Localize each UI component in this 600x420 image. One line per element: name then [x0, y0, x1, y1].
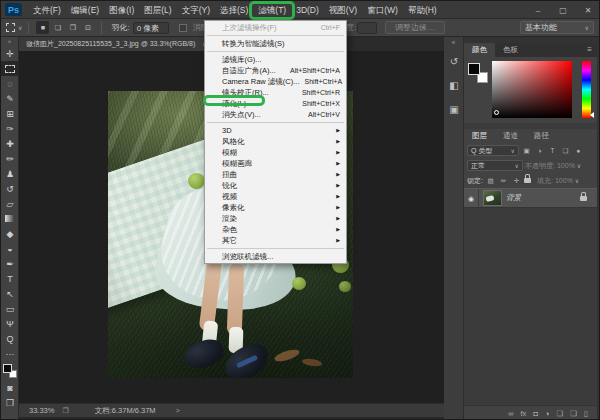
menu-help[interactable]: 帮助(H)	[403, 1, 442, 19]
active-tool-preset[interactable]: ∨	[6, 23, 22, 32]
eraser-tool[interactable]: ▱	[1, 196, 19, 211]
add-selection-button[interactable]: ❏	[51, 21, 64, 34]
menu-item-lens-correction[interactable]: 镜头校正(R)... Shift+Ctrl+R	[205, 87, 346, 98]
menu-item-pixelate[interactable]: 像素化 ▶	[205, 202, 346, 213]
menu-item-convert-smart-filters[interactable]: 转换为智能滤镜(S)	[205, 38, 346, 49]
filter-smart-objects-icon[interactable]: ●	[573, 147, 584, 154]
path-selection-tool[interactable]: ↖	[1, 286, 19, 301]
filter-adjustment-layers-icon[interactable]: ◑	[534, 147, 545, 154]
saturation-brightness-field[interactable]	[492, 61, 572, 118]
menu-item-distort[interactable]: 扭曲 ▶	[205, 169, 346, 180]
menu-edit[interactable]: 编辑(E)	[66, 1, 104, 19]
menu-image[interactable]: 图像(I)	[104, 1, 139, 19]
menu-filter[interactable]: 滤镜(T)	[253, 1, 291, 19]
tab-layers[interactable]: 图层	[464, 129, 495, 143]
menu-item-blur[interactable]: 模糊 ▶	[205, 147, 346, 158]
antialias-checkbox[interactable]	[179, 24, 187, 32]
workspace-switcher[interactable]: 基本功能 ∨	[520, 21, 594, 34]
screen-mode-button[interactable]: ❐	[1, 395, 19, 410]
healing-brush-tool[interactable]: ✚	[1, 136, 19, 151]
fill-value[interactable]: 100%	[555, 177, 573, 184]
type-tool[interactable]: T	[1, 271, 19, 286]
filter-group-layers-icon[interactable]: ❏	[560, 147, 571, 155]
filter-pixel-layers-icon[interactable]: ▣	[521, 147, 532, 155]
layer-name[interactable]: 背景	[506, 193, 580, 203]
layer-thumbnail[interactable]	[484, 191, 501, 205]
menu-item-adaptive-wide-angle[interactable]: 自适应广角(A)... Alt+Shift+Ctrl+A	[205, 65, 346, 76]
menu-file[interactable]: 文件(F)	[28, 1, 66, 19]
history-panel-icon[interactable]: ↺	[444, 49, 464, 73]
dodge-tool[interactable]: ◒	[1, 241, 19, 256]
zoom-tool[interactable]: Q	[1, 331, 19, 346]
rectangle-tool[interactable]: ▭	[1, 301, 19, 316]
minimize-icon[interactable]: –	[533, 6, 543, 15]
menu-type[interactable]: 文字(Y)	[177, 1, 215, 19]
color-swatch-pair[interactable]	[468, 63, 488, 83]
lock-transparent-pixels-icon[interactable]: ▨	[485, 177, 496, 185]
menu-item-filter-gallery[interactable]: 滤镜库(G)...	[205, 54, 346, 65]
menu-item-camera-raw[interactable]: Camera Raw 滤镜(C)... Shift+Ctrl+A	[205, 76, 346, 87]
foreground-color-swatch[interactable]	[3, 364, 12, 373]
opacity-value[interactable]: 100%	[557, 162, 575, 169]
toolbar-collapse-icon[interactable]: »	[1, 37, 18, 46]
export-icon[interactable]: ❐	[62, 407, 68, 415]
feather-input[interactable]: 0 像素	[133, 22, 169, 34]
more-tools-button[interactable]: ···	[1, 346, 19, 361]
menu-select[interactable]: 选择(S)	[215, 1, 253, 19]
delete-layer-icon[interactable]: ▯	[584, 409, 588, 418]
tab-swatches[interactable]: 色板	[495, 43, 526, 57]
zoom-level-field[interactable]: 33.33%	[29, 406, 54, 415]
quick-mask-button[interactable]: ◙	[1, 380, 19, 395]
properties-panel-icon[interactable]: ◧	[444, 73, 464, 97]
layer-filter-dropdown[interactable]: Q 类型 ∨	[467, 145, 519, 156]
menu-layer[interactable]: 图层(L)	[139, 1, 176, 19]
tab-paths[interactable]: 路径	[526, 129, 557, 143]
blur-tool[interactable]: ◆	[1, 226, 19, 241]
menu-item-last-filter[interactable]: 上次滤镜操作(F) Ctrl+F	[205, 22, 346, 33]
rectangular-marquee-tool[interactable]	[1, 61, 19, 76]
menu-item-noise[interactable]: 杂色 ▶	[205, 224, 346, 235]
menu-item-stylize[interactable]: 风格化 ▶	[205, 136, 346, 147]
hue-slider[interactable]	[582, 61, 591, 118]
menu-item-3d[interactable]: 3D ▶	[205, 125, 346, 136]
new-layer-icon[interactable]: ❑	[570, 409, 577, 418]
hand-tool[interactable]: Ψ	[1, 316, 19, 331]
crop-tool[interactable]: ⊞	[1, 106, 19, 121]
character-panel-icon[interactable]: ▣	[444, 97, 464, 121]
refine-edge-button[interactable]: 调整边缘…	[385, 21, 445, 34]
eyedropper-tool[interactable]: ✑	[1, 121, 19, 136]
subtract-selection-button[interactable]: ❐	[66, 21, 79, 34]
status-chevron-icon[interactable]: >	[176, 406, 180, 415]
brush-tool[interactable]: ✏	[1, 151, 19, 166]
hue-slider-marker[interactable]	[590, 112, 594, 118]
menu-item-vanishing-point[interactable]: 消失点(V)... Alt+Ctrl+V	[205, 109, 346, 120]
link-layers-icon[interactable]: ∞	[508, 409, 513, 418]
gradient-tool[interactable]	[1, 211, 19, 226]
foreground-color-swatch[interactable]	[468, 63, 480, 75]
menu-item-other[interactable]: 其它 ▶	[205, 235, 346, 246]
menu-item-render[interactable]: 渲染 ▶	[205, 213, 346, 224]
panel-menu-icon[interactable]: ≡	[587, 43, 597, 57]
move-tool[interactable]: ✛	[1, 46, 19, 61]
foreground-background-colors[interactable]	[3, 364, 17, 378]
lock-image-pixels-icon[interactable]: ✏	[498, 177, 509, 185]
lock-all-icon[interactable]	[524, 178, 531, 183]
layer-row-background[interactable]: ◉ 背景	[464, 188, 597, 208]
menu-view[interactable]: 视图(V)	[324, 1, 362, 19]
restore-icon[interactable]: ▢	[558, 6, 568, 15]
visibility-eye-icon[interactable]: ◉	[464, 189, 479, 207]
close-icon[interactable]: ✕	[583, 6, 593, 15]
menu-item-liquify[interactable]: 液化(L)... Shift+Ctrl+X	[205, 98, 346, 109]
quick-selection-tool[interactable]: ✎	[1, 91, 19, 106]
lasso-tool[interactable]: ◌	[1, 76, 19, 91]
filter-type-layers-icon[interactable]: T	[547, 147, 558, 154]
menu-item-sharpen[interactable]: 锐化 ▶	[205, 180, 346, 191]
menu-item-browse-filters-online[interactable]: 浏览联机滤镜...	[205, 251, 346, 262]
width-input[interactable]	[357, 22, 377, 34]
layer-style-icon[interactable]: fx	[520, 409, 526, 418]
tab-color[interactable]: 颜色	[464, 43, 495, 57]
document-tab[interactable]: 微信图片_20250825115535_3_3.jpg @ 33.3%(RGB/…	[19, 37, 215, 51]
blend-mode-dropdown[interactable]: 正常 ∨	[467, 160, 523, 171]
dock-collapse-icon[interactable]: «	[444, 37, 463, 49]
menu-3d[interactable]: 3D(D)	[291, 1, 324, 19]
